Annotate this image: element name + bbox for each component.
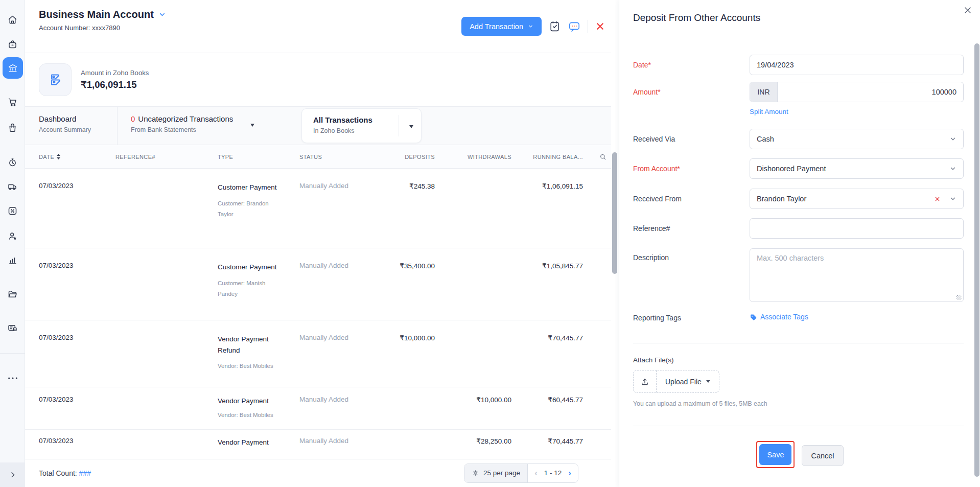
deposit-panel: Deposit From Other Accounts Date* Amount…: [619, 0, 980, 487]
save-highlight-annotation: Save: [756, 441, 795, 468]
account-tabs: Dashboard Account Summary 0Uncategorized…: [25, 107, 611, 145]
close-account-icon[interactable]: [595, 21, 605, 32]
tab-uncategorized-transactions[interactable]: 0Uncategorized Transactions From Bank St…: [118, 107, 286, 145]
currency-code[interactable]: INR: [750, 82, 778, 102]
bar-chart-icon[interactable]: [0, 255, 25, 266]
page-range: 1 - 12: [544, 469, 562, 477]
dropdown-caret-icon[interactable]: [409, 125, 413, 128]
main-scrollbar-thumb[interactable]: [612, 152, 617, 274]
shopping-cart-icon[interactable]: [0, 97, 25, 107]
header-divider: [588, 20, 588, 33]
chevron-down-icon: [949, 165, 956, 172]
bank-icon[interactable]: [3, 57, 23, 79]
card-pencil-icon[interactable]: [0, 322, 25, 333]
split-amount-link[interactable]: Split Amount: [750, 108, 788, 115]
table-footer: Total Count: ### 25 per page ‹ 1 - 12 ›: [25, 459, 611, 486]
combo-divider: [945, 193, 945, 204]
received-from-combo[interactable]: Brandon Taylor: [750, 189, 964, 209]
sort-icon[interactable]: [57, 154, 60, 159]
panel-title: Deposit From Other Accounts: [633, 12, 760, 24]
transaction-row[interactable]: 07/03/2023 Vendor Payment Manually Added…: [25, 430, 611, 459]
amount-value: ₹1,06,091.15: [81, 79, 149, 90]
associate-tags-link[interactable]: Associate Tags: [750, 313, 808, 321]
home-icon[interactable]: [0, 14, 25, 25]
chevron-down-icon: [158, 11, 166, 18]
column-reference[interactable]: REFERENCE#: [115, 154, 218, 160]
description-input[interactable]: [750, 249, 963, 302]
table-header: DATE REFERENCE# TYPE STATUS DEPOSITS WIT…: [25, 145, 611, 169]
amount-label: Amount in Zoho Books: [81, 69, 149, 77]
user-star-icon[interactable]: [0, 230, 25, 241]
save-button[interactable]: Save: [759, 444, 791, 465]
tote-bag-icon[interactable]: [0, 122, 25, 133]
dropdown-caret-icon[interactable]: [250, 124, 254, 127]
column-running-balance[interactable]: RUNNING BALA...: [511, 154, 583, 160]
tab-all-transactions[interactable]: All Transactions In Zoho Books: [301, 108, 422, 143]
chevron-right-icon: [9, 471, 17, 479]
main-scrollbar: [611, 0, 619, 487]
ellipsis-icon[interactable]: [0, 376, 25, 381]
date-field[interactable]: [750, 55, 964, 75]
panel-scrollbar-thumb[interactable]: [974, 43, 979, 477]
page-title: Business Main Account: [39, 9, 154, 20]
from-account-select[interactable]: Dishonored Payment: [750, 158, 964, 179]
clipboard-check-icon[interactable]: [548, 19, 561, 33]
upload-helper-text: You can upload a maximum of 5 files, 5MB…: [633, 400, 767, 407]
page-next-icon[interactable]: ›: [568, 469, 571, 477]
account-header: Business Main Account Account Number: xx…: [25, 0, 611, 53]
total-count: Total Count: ###: [39, 469, 91, 477]
stopwatch-icon[interactable]: [0, 157, 25, 168]
main-content: Business Main Account Account Number: xx…: [25, 0, 611, 487]
transaction-row[interactable]: 07/03/2023 Vendor PaymentVendor: Best Mo…: [25, 387, 611, 430]
reference-field[interactable]: [750, 218, 964, 239]
add-transaction-button[interactable]: Add Transaction: [461, 17, 542, 36]
zoho-books-app: Business Main Account Account Number: xx…: [0, 0, 980, 487]
chat-feedback-icon[interactable]: [568, 20, 581, 33]
amount-summary: Amount in Zoho Books ₹1,06,091.15: [25, 53, 611, 107]
gear-icon: [472, 469, 479, 477]
paginator: 25 per page ‹ 1 - 12 ›: [464, 463, 578, 483]
chevron-down-icon: [528, 24, 533, 29]
transactions-table: 07/03/2023 Customer PaymentCustomer: Bra…: [25, 169, 611, 459]
description-field[interactable]: [750, 248, 964, 302]
folder-icon[interactable]: [0, 289, 25, 299]
transaction-row[interactable]: 07/03/2023 Customer PaymentCustomer: Man…: [25, 248, 611, 320]
date-input[interactable]: [750, 55, 963, 75]
zoho-books-logo-icon: [39, 63, 72, 96]
column-deposits[interactable]: DEPOSITS: [371, 154, 435, 160]
reference-input[interactable]: [750, 219, 963, 238]
panel-divider: [633, 343, 964, 343]
chevron-down-icon: [949, 135, 956, 143]
received-via-select[interactable]: Cash: [750, 129, 964, 149]
amount-input[interactable]: [778, 82, 963, 102]
column-type[interactable]: TYPE: [218, 154, 299, 160]
panel-close-icon[interactable]: [963, 5, 973, 17]
account-title-dropdown[interactable]: Business Main Account: [39, 9, 166, 20]
page-prev-icon[interactable]: ‹: [534, 469, 538, 477]
app-sidebar: [0, 0, 25, 487]
column-date[interactable]: DATE: [39, 154, 115, 160]
delivery-truck-icon[interactable]: [0, 181, 25, 192]
column-withdrawals[interactable]: WITHDRAWALS: [435, 154, 511, 160]
tab-dashboard[interactable]: Dashboard Account Summary: [25, 107, 118, 145]
sidebar-expand-button[interactable]: [0, 462, 25, 487]
cancel-button[interactable]: Cancel: [802, 445, 843, 466]
tag-icon: [750, 313, 757, 321]
upload-icon: [634, 370, 657, 392]
dropdown-caret-icon: [706, 380, 710, 383]
shopping-bag-icon[interactable]: [0, 39, 25, 50]
percent-box-icon[interactable]: [0, 205, 25, 216]
clear-selection-icon[interactable]: [934, 196, 941, 202]
upload-file-button[interactable]: Upload File: [633, 370, 719, 393]
account-number: Account Number: xxxx7890: [39, 24, 166, 32]
sidebar-divider: [0, 353, 25, 354]
transaction-row[interactable]: 07/03/2023 Customer PaymentCustomer: Bra…: [25, 169, 611, 248]
search-icon[interactable]: [599, 153, 607, 161]
panel-divider: [633, 426, 964, 426]
resize-grip[interactable]: [956, 295, 962, 300]
attach-files-label: Attach File(s): [633, 356, 674, 364]
column-status[interactable]: STATUS: [299, 154, 371, 160]
per-page-selector[interactable]: 25 per page: [464, 464, 528, 482]
total-count-value[interactable]: ###: [79, 469, 91, 477]
transaction-row[interactable]: 07/03/2023 Vendor Payment RefundVendor: …: [25, 320, 611, 387]
